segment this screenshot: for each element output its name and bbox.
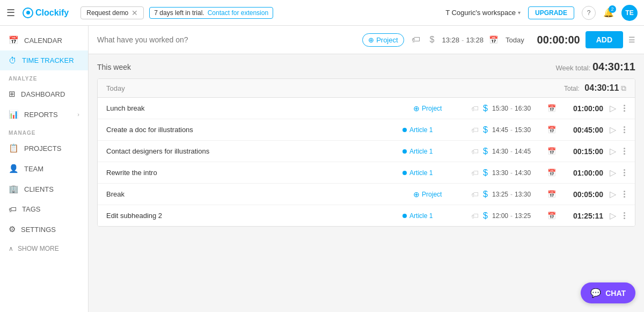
time-end[interactable]: 13:28 xyxy=(466,36,484,44)
entry-more-button[interactable] xyxy=(623,105,626,112)
entry-tag-icon[interactable]: 🏷 xyxy=(471,169,479,177)
entry-more-button[interactable] xyxy=(623,126,626,133)
entry-billable-icon[interactable]: $ xyxy=(483,104,488,113)
week-total-label: Week total: xyxy=(556,64,591,72)
more-dot xyxy=(624,153,625,155)
entry-play-button[interactable]: ▷ xyxy=(608,211,618,221)
entry-time-end[interactable]: 13:25 xyxy=(515,212,531,220)
entry-billable-icon[interactable]: $ xyxy=(483,147,488,156)
show-more-button[interactable]: ∧ SHOW MORE xyxy=(0,240,88,258)
entry-add-project-button[interactable]: ⊕ Project xyxy=(413,104,467,113)
sidebar-item-label-tags: TAGS xyxy=(22,205,40,213)
sidebar-item-time-tracker[interactable]: ⏱ TIME TRACKER xyxy=(0,50,88,70)
settings-icon: ⚙ xyxy=(9,224,16,234)
tag-button[interactable]: 🏷 xyxy=(409,33,422,47)
entry-tag-icon[interactable]: 🏷 xyxy=(471,104,479,113)
entry-time-start[interactable]: 15:30 xyxy=(492,105,508,112)
entry-project[interactable]: Article 1 xyxy=(402,169,467,177)
add-project-icon: ⊕ xyxy=(368,36,374,44)
billable-button[interactable]: $ xyxy=(428,33,437,47)
week-total-area: Week total: 04:30:11 xyxy=(556,61,635,73)
entry-tag-icon[interactable]: 🏷 xyxy=(471,126,479,134)
entry-billable-icon[interactable]: $ xyxy=(483,211,488,221)
sidebar-item-settings[interactable]: ⚙ SETTINGS xyxy=(0,219,88,240)
entry-project[interactable]: Article 1 xyxy=(402,148,467,155)
entry-play-button[interactable]: ▷ xyxy=(608,189,618,199)
workspace-selector[interactable]: T Coguric's workspace ▾ xyxy=(445,9,521,17)
notification-badge: 2 xyxy=(609,5,616,13)
sidebar-item-calendar[interactable]: 📅 CALENDAR xyxy=(0,30,88,50)
entry-project-dot xyxy=(402,171,407,175)
entry-calendar-icon[interactable]: 📅 xyxy=(547,126,556,134)
entry-add-project-button[interactable]: ⊕ Project xyxy=(413,190,467,199)
sidebar-item-tags[interactable]: 🏷 TAGS xyxy=(0,199,88,219)
avatar[interactable]: TE xyxy=(621,5,638,21)
upgrade-button[interactable]: UPGRADE xyxy=(528,6,574,19)
entry-tag-icon[interactable]: 🏷 xyxy=(471,147,479,156)
request-demo-close[interactable]: ✕ xyxy=(131,9,138,17)
add-button[interactable]: ADD xyxy=(586,31,623,48)
trial-contact-link[interactable]: Contact for extension xyxy=(208,9,268,17)
entry-more-button[interactable] xyxy=(623,169,626,176)
entry-time-end[interactable]: 14:45 xyxy=(515,148,531,155)
sidebar-item-team[interactable]: 👤 TEAM xyxy=(0,158,88,179)
entry-calendar-icon[interactable]: 📅 xyxy=(547,104,556,112)
tracker-calendar-icon[interactable]: 📅 xyxy=(489,35,498,44)
entry-tag-icon[interactable]: 🏷 xyxy=(471,212,479,220)
entry-calendar-icon[interactable]: 📅 xyxy=(547,147,556,155)
entry-description: Contact designers for illustrations xyxy=(106,147,398,155)
notifications-button[interactable]: 🔔 2 xyxy=(603,8,614,18)
entry-time-start[interactable]: 13:25 xyxy=(492,191,508,198)
table-row: Rewrite the intro Article 1 🏷 $ 13:30 - … xyxy=(98,162,635,184)
day-total-time: 04:30:11 xyxy=(584,83,619,92)
entry-calendar-icon[interactable]: 📅 xyxy=(547,169,556,177)
entry-more-button[interactable] xyxy=(623,212,626,219)
chat-button[interactable]: 💬 CHAT xyxy=(581,282,635,303)
entry-time-start[interactable]: 13:30 xyxy=(492,169,508,177)
entry-time-end[interactable]: 15:30 xyxy=(515,126,531,134)
sidebar: 📅 CALENDAR ⏱ TIME TRACKER ANALYZE ⊞ DASH… xyxy=(0,26,89,312)
entry-billable-icon[interactable]: $ xyxy=(483,190,488,199)
entry-billable-icon[interactable]: $ xyxy=(483,168,488,178)
tracker-list-view-icon[interactable]: ☰ xyxy=(628,35,635,44)
entry-play-button[interactable]: ▷ xyxy=(608,125,618,135)
entry-time-start[interactable]: 12:00 xyxy=(492,212,508,220)
analyze-section-label: ANALYZE xyxy=(0,70,88,84)
clients-icon: 🏢 xyxy=(9,184,19,194)
entry-more-button[interactable] xyxy=(623,191,626,198)
entry-time-start[interactable]: 14:45 xyxy=(492,126,508,134)
request-demo-banner[interactable]: Request demo ✕ xyxy=(80,6,144,19)
entry-project[interactable]: Article 1 xyxy=(402,126,467,134)
entry-play-button[interactable]: ▷ xyxy=(608,146,618,156)
entry-time-end[interactable]: 16:30 xyxy=(515,105,531,112)
entry-project-label: Article 1 xyxy=(409,212,433,220)
entry-time-end[interactable]: 14:30 xyxy=(515,169,531,177)
more-dot xyxy=(624,110,625,112)
entry-play-button[interactable]: ▷ xyxy=(608,168,618,178)
entry-time-range: 12:00 - 13:25 xyxy=(492,212,543,220)
entry-tag-icon[interactable]: 🏷 xyxy=(471,190,479,199)
entry-calendar-icon[interactable]: 📅 xyxy=(547,212,556,220)
entry-billable-icon[interactable]: $ xyxy=(483,125,488,135)
help-button[interactable]: ? xyxy=(582,6,596,20)
entry-time-start[interactable]: 14:30 xyxy=(492,148,508,155)
entry-calendar-icon[interactable]: 📅 xyxy=(547,190,556,198)
sidebar-item-dashboard[interactable]: ⊞ DASHBOARD xyxy=(0,84,88,104)
menu-icon[interactable]: ☰ xyxy=(6,7,15,19)
entry-play-button[interactable]: ▷ xyxy=(608,103,618,113)
entry-project[interactable]: Article 1 xyxy=(402,212,467,220)
sidebar-item-label-clients: CLIENTS xyxy=(24,185,54,193)
entry-description: Rewrite the intro xyxy=(106,169,398,177)
task-description-input[interactable] xyxy=(97,35,357,44)
entry-add-project-icon: ⊕ xyxy=(413,190,420,199)
copy-icon[interactable]: ⧉ xyxy=(621,84,626,92)
sidebar-item-clients[interactable]: 🏢 CLIENTS xyxy=(0,179,88,199)
sidebar-item-projects[interactable]: 📋 PROJECTS xyxy=(0,138,88,158)
request-demo-label: Request demo xyxy=(86,9,128,17)
entry-more-button[interactable] xyxy=(623,148,626,155)
add-project-button[interactable]: ⊕ Project xyxy=(362,33,404,47)
table-row: Contact designers for illustrations Arti… xyxy=(98,141,635,162)
entry-time-end[interactable]: 13:30 xyxy=(515,191,531,198)
time-start[interactable]: 13:28 xyxy=(442,36,460,44)
sidebar-item-reports[interactable]: 📊 REPORTS › xyxy=(0,104,88,125)
